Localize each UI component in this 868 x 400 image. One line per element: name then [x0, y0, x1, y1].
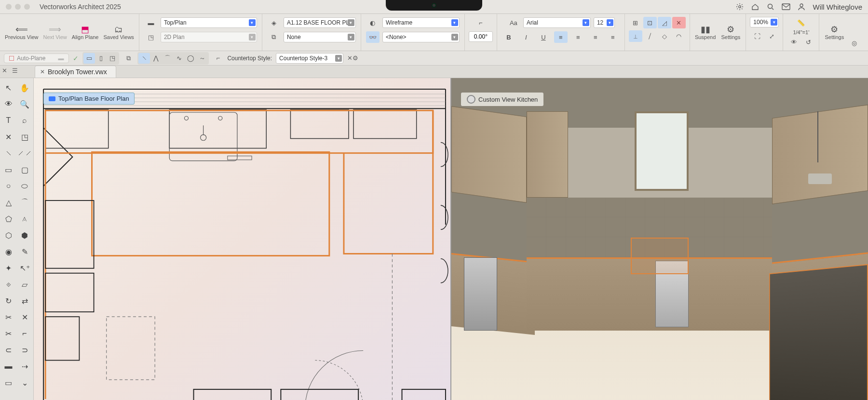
render-viewport-label[interactable]: Custom View Kitchen: [461, 93, 543, 106]
associate-icon[interactable]: ⧉: [123, 53, 134, 64]
italic-button[interactable]: I: [519, 31, 533, 43]
plane-layer-icon[interactable]: ▬: [144, 17, 158, 28]
class-none-select[interactable]: <None>▾: [382, 32, 460, 42]
home-icon[interactable]: [751, 2, 760, 11]
align-plane-button[interactable]: ⬒Align Plane: [70, 24, 101, 41]
mail-icon[interactable]: [782, 2, 790, 11]
fillet-tool-icon[interactable]: ⌐: [17, 326, 32, 341]
plan-viewport-label[interactable]: Top/Plan Base Floor Plan: [43, 93, 135, 105]
render-viewport[interactable]: Custom View Kitchen: [451, 78, 868, 400]
plan-viewport[interactable]: Top/Plan Base Floor Plan: [34, 78, 451, 400]
close-icon[interactable]: [6, 4, 12, 10]
panel-menu-icon[interactable]: ☰: [12, 67, 18, 74]
hexagon-tool-icon[interactable]: ⬢: [17, 227, 32, 243]
edge-arc-icon[interactable]: ⌒: [162, 53, 173, 64]
font-family-select[interactable]: Arial▾: [523, 17, 591, 28]
ruler-icon[interactable]: 📏: [794, 17, 808, 28]
layer-select[interactable]: A1.12 BASE FLOOR PL▾: [284, 17, 356, 28]
snap-disable-icon[interactable]: ✕: [672, 17, 686, 28]
box-tool-icon[interactable]: ◳: [17, 129, 32, 145]
snap-distance-icon[interactable]: ◇: [658, 30, 671, 42]
more-tool-icon[interactable]: ⌄: [17, 375, 32, 390]
user-icon[interactable]: [797, 2, 806, 11]
zoom-tool-icon[interactable]: 🔍: [17, 96, 32, 112]
layers-icon[interactable]: ◈: [267, 17, 281, 28]
polyline-tool-icon[interactable]: ⟑: [17, 211, 32, 227]
target-icon[interactable]: ◎: [847, 37, 861, 49]
clip-tool-icon[interactable]: ⊃: [17, 342, 32, 358]
document-tab[interactable]: ✕ Brooklyn Tower.vwx: [35, 66, 116, 78]
layer-opts-icon[interactable]: ⧉: [267, 31, 281, 43]
pan-tool-icon[interactable]: ✋: [17, 80, 32, 95]
spiral-tool-icon[interactable]: ◉: [1, 244, 16, 259]
snap-smart-icon[interactable]: ⧸: [643, 30, 657, 42]
arc-tool-icon[interactable]: ⌒: [17, 195, 32, 210]
confirm-icon[interactable]: ✓: [73, 54, 79, 62]
auto-plane-toggle[interactable]: Auto-Plane ▬: [4, 53, 69, 63]
hide-icon[interactable]: 👁: [787, 36, 800, 48]
snap-angle-icon[interactable]: ◿: [658, 17, 671, 28]
glasses-icon[interactable]: 👓: [366, 31, 380, 43]
minimize-icon[interactable]: [15, 4, 21, 10]
reshape-tool-icon[interactable]: ⟐: [1, 277, 16, 292]
previous-view-button[interactable]: ⟸Previous View: [3, 24, 41, 41]
selection-tool-icon[interactable]: ↖: [1, 80, 16, 95]
mode-rect-icon[interactable]: ▭: [83, 53, 95, 64]
magic-wand-tool-icon[interactable]: ✦: [1, 260, 16, 276]
render-style-select[interactable]: Wireframe▾: [382, 17, 460, 28]
double-line-tool-icon[interactable]: ⟋⟋: [17, 146, 32, 161]
view-mode-select[interactable]: Top/Plan▾: [161, 17, 257, 28]
underline-button[interactable]: U: [537, 31, 550, 43]
cube-icon[interactable]: ◳: [144, 31, 158, 43]
mirror-tool-icon[interactable]: ⇄: [17, 293, 32, 308]
rectangle-tool-icon[interactable]: ▭: [1, 162, 16, 177]
attribute-tool-icon[interactable]: ▬: [1, 359, 16, 374]
text-style-icon[interactable]: Aa: [507, 17, 520, 28]
bold-button[interactable]: B: [502, 31, 515, 43]
settings-button[interactable]: ⚙Settings: [822, 24, 846, 41]
ucs-icon[interactable]: ⌐: [474, 17, 488, 28]
mode-3d-icon[interactable]: ◳: [107, 53, 118, 64]
rotate-tool-icon[interactable]: ↻: [1, 293, 16, 308]
render-2d-select[interactable]: 2D Plan▾: [161, 32, 257, 42]
snap-intersect-icon[interactable]: ⟂: [629, 30, 642, 42]
gear-icon[interactable]: [735, 2, 744, 11]
suspend-button[interactable]: ▮▮Suspend: [693, 24, 718, 41]
select-similar-tool-icon[interactable]: ↖⁺: [17, 260, 32, 276]
fit-objects-icon[interactable]: ⤢: [765, 30, 778, 42]
edge-poly-icon[interactable]: ⋀: [150, 53, 162, 64]
zoom-select[interactable]: 100%▾: [750, 17, 779, 27]
rotation-field[interactable]: [469, 31, 493, 42]
callout-tool-icon[interactable]: ⌕: [17, 113, 32, 128]
ellipse-tool-icon[interactable]: ⬭: [17, 178, 32, 194]
saved-views-button[interactable]: 🗂Saved Views: [101, 24, 136, 41]
mode-rect2-icon[interactable]: ▯: [95, 53, 107, 64]
close-tab-icon[interactable]: ✕: [40, 68, 45, 75]
undo-view-icon[interactable]: ↺: [801, 36, 815, 48]
align-right-button[interactable]: ≡: [589, 31, 602, 43]
regular-poly-tool-icon[interactable]: ⬡: [1, 227, 16, 243]
shear-tool-icon[interactable]: ▱: [17, 277, 32, 292]
snap-tangent-icon[interactable]: ◠: [672, 30, 686, 42]
close-panel-icon[interactable]: ✕: [2, 67, 7, 74]
edge-line-icon[interactable]: ⟍: [138, 53, 150, 64]
line-tool-icon[interactable]: ⟍: [1, 146, 16, 161]
user-name[interactable]: Will Whiteglove: [813, 3, 862, 11]
split-tool-icon[interactable]: ✂: [1, 309, 16, 325]
font-size-select[interactable]: 12▾: [594, 17, 615, 28]
align-center-button[interactable]: ≡: [571, 31, 585, 43]
fit-page-icon[interactable]: ⛶: [750, 30, 764, 42]
align-left-button[interactable]: ≡: [554, 31, 568, 43]
countertop-style-select[interactable]: Countertop Style-3▾: [276, 53, 343, 64]
triangle-tool-icon[interactable]: △: [1, 195, 16, 210]
fillet-icon[interactable]: ⌐: [213, 53, 223, 64]
settings-gear-button[interactable]: ⚙Settings: [719, 24, 743, 41]
align-justify-button[interactable]: ≡: [606, 31, 620, 43]
visibility-tool-icon[interactable]: ⇢: [17, 359, 32, 374]
edge-bezier-icon[interactable]: ∿: [173, 53, 185, 64]
delete-tool-icon[interactable]: ✕: [1, 129, 16, 145]
class-select[interactable]: None▾: [284, 32, 356, 42]
render-mode-icon[interactable]: ◐: [366, 17, 380, 28]
polygon-tool-icon[interactable]: ⬠: [1, 211, 16, 227]
circle-tool-icon[interactable]: ○: [1, 178, 16, 194]
